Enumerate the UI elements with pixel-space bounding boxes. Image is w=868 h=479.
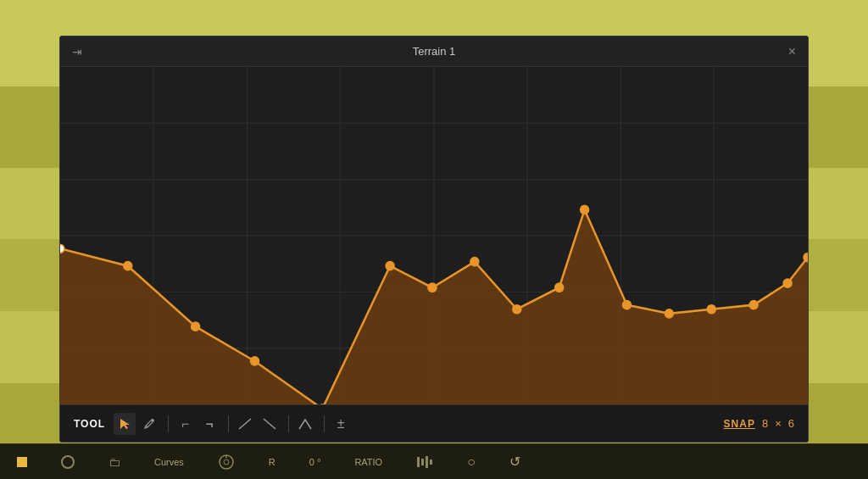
chart-point[interactable] [192, 322, 200, 331]
dialog-title: Terrain 1 [413, 45, 456, 58]
bb-square-item[interactable] [17, 457, 27, 467]
svg-rect-20 [430, 460, 432, 465]
chart-area[interactable] [60, 67, 808, 404]
chart-point[interactable] [749, 301, 758, 309]
close-button[interactable]: × [788, 45, 796, 58]
power-icon [61, 455, 75, 469]
bb-ratio-item: RATIO [354, 457, 382, 467]
chart-point[interactable] [250, 357, 259, 365]
chart-point[interactable] [124, 262, 132, 270]
color-square [17, 457, 27, 467]
bars-icon [416, 455, 433, 469]
tool-separator-4 [324, 415, 325, 432]
svg-marker-12 [120, 419, 130, 429]
bottom-bar: 🗀 Curves R 0 ° RATIO ○ ↺ [0, 443, 868, 479]
tool-separator-3 [288, 415, 289, 432]
chart-point[interactable] [581, 205, 589, 214]
angle-value: 0 ° [309, 457, 321, 467]
svg-rect-19 [426, 456, 428, 468]
bb-bars-item[interactable] [416, 455, 433, 469]
knob-icon [218, 454, 235, 471]
tool-separator-2 [228, 415, 229, 432]
svg-point-15 [224, 460, 229, 465]
bb-knob-item[interactable] [218, 454, 235, 471]
snap-y-value[interactable]: 6 [788, 417, 794, 430]
chart-point[interactable] [386, 262, 394, 270]
pin-icon[interactable]: ⇥ [72, 45, 82, 58]
pointer-tool[interactable] [114, 413, 136, 435]
bb-folder-item[interactable]: 🗀 [108, 455, 120, 469]
chart-point[interactable] [555, 283, 564, 292]
chart-point[interactable] [513, 305, 521, 314]
folder-icon: 🗀 [108, 455, 120, 469]
snap-x-value[interactable]: 8 [762, 417, 768, 430]
ramp-up-tool[interactable] [234, 413, 256, 435]
plusminus-tool[interactable]: ± [330, 413, 352, 435]
chart-point[interactable] [622, 301, 631, 309]
peak-tool[interactable] [294, 413, 316, 435]
bb-angle-item[interactable]: 0 ° [309, 457, 321, 467]
circle1-icon: ○ [467, 454, 476, 470]
circle2-icon: ↺ [509, 454, 520, 470]
ratio-label: RATIO [354, 457, 382, 467]
snap-sep: × [775, 417, 782, 430]
step-left-tool[interactable]: ⌐ [174, 413, 196, 435]
chart-point[interactable] [783, 279, 792, 287]
ramp-down-tool[interactable] [259, 413, 281, 435]
bb-power-item[interactable] [61, 455, 75, 469]
curves-label: Curves [154, 457, 184, 467]
terrain-dialog: ⇥ Terrain 1 × [59, 36, 809, 443]
svg-rect-17 [417, 457, 420, 467]
chart-point[interactable] [470, 258, 479, 266]
chart-svg [60, 67, 808, 404]
bb-curves-item[interactable]: Curves [154, 457, 184, 467]
snap-area: SNAP 8 × 6 [724, 417, 794, 430]
chart-point[interactable] [665, 309, 673, 318]
tool-separator-1 [168, 415, 169, 432]
title-bar: ⇥ Terrain 1 × [60, 36, 808, 67]
tool-label: TOOL [74, 418, 105, 430]
bb-r-item: R [269, 457, 275, 467]
chart-point[interactable] [804, 253, 808, 261]
pencil-tool[interactable] [138, 413, 160, 435]
snap-label[interactable]: SNAP [724, 418, 755, 430]
bb-circle1-item[interactable]: ○ [467, 454, 476, 470]
chart-point[interactable] [707, 305, 715, 314]
svg-rect-18 [421, 459, 424, 465]
bb-circle2-item[interactable]: ↺ [509, 454, 520, 470]
toolbar: TOOL ⌐ ¬ [60, 404, 808, 442]
chart-point[interactable] [60, 244, 64, 253]
r-label: R [269, 457, 275, 467]
step-right-tool[interactable]: ¬ [198, 413, 220, 435]
chart-point[interactable] [428, 283, 437, 292]
